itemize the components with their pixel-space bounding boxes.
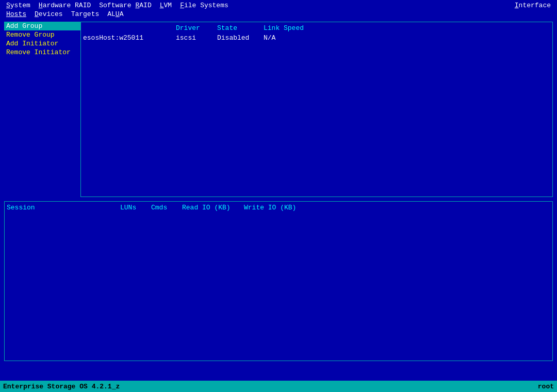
cell-linkspeed: N/A — [264, 34, 315, 42]
menu-devices[interactable]: Devices — [30, 10, 67, 18]
bottom-panel: Session LUNs Cmds Read IO (KB) Write IO … — [4, 201, 553, 361]
col-cmds-header: Cmds — [151, 204, 182, 211]
menu-hosts[interactable]: Hosts — [2, 10, 30, 18]
table-row[interactable]: esosHost:w25011 iscsi Disabled N/A — [83, 34, 550, 42]
menu-lvm[interactable]: LVM — [156, 2, 176, 9]
col-luns-header: LUNs — [120, 204, 151, 211]
status-left: Enterprise Storage OS 4.2.1_z — [3, 383, 120, 390]
menu-interface[interactable]: Interface — [511, 2, 555, 9]
sidebar-add-group[interactable]: Add Group — [4, 22, 80, 30]
menu-file-systems[interactable]: File Systems — [176, 2, 233, 9]
menu-hardware-raid[interactable]: Hardware RAID — [35, 2, 95, 9]
menu-software-raid[interactable]: Software RAID — [95, 2, 155, 9]
col-driver-header: Driver — [176, 24, 217, 32]
col-writeio-header: Write IO (KB) — [244, 204, 306, 211]
menu-system[interactable]: System — [2, 2, 35, 9]
col-readio-header: Read IO (KB) — [182, 204, 244, 211]
col-state-header: State — [217, 24, 264, 32]
menu-bar: System Hardware RAID Software RAID LVM F… — [0, 0, 557, 20]
status-bar: Enterprise Storage OS 4.2.1_z root — [0, 381, 557, 392]
status-right: root — [538, 383, 554, 390]
sidebar-add-initiator[interactable]: Add Initiator — [4, 39, 80, 48]
sidebar-remove-initiator[interactable]: Remove Initiator — [4, 48, 80, 57]
top-table-header: Driver State Link Speed — [83, 24, 550, 32]
menu-targets[interactable]: Targets — [67, 10, 104, 18]
col-linkspeed-header: Link Speed — [264, 24, 315, 32]
col-session-header: Session — [7, 204, 120, 211]
cell-state: Disabled — [217, 34, 264, 42]
cell-host: esosHost:w25011 — [83, 34, 176, 42]
menu-alua[interactable]: ALUA — [103, 10, 127, 18]
sidebar: Add Group Remove Group Add Initiator Rem… — [4, 22, 80, 197]
top-panels-container: Add Group Remove Group Add Initiator Rem… — [0, 20, 557, 199]
sidebar-remove-group[interactable]: Remove Group — [4, 30, 80, 39]
top-panel: Driver State Link Speed esosHost:w25011 … — [80, 22, 553, 197]
bottom-table-header: Session LUNs Cmds Read IO (KB) Write IO … — [7, 204, 550, 211]
menu-row-1: System Hardware RAID Software RAID LVM F… — [0, 1, 557, 10]
col-host-header — [83, 24, 176, 32]
menu-row-2: Hosts Devices Targets ALUA — [0, 10, 557, 19]
cell-driver: iscsi — [176, 34, 217, 42]
